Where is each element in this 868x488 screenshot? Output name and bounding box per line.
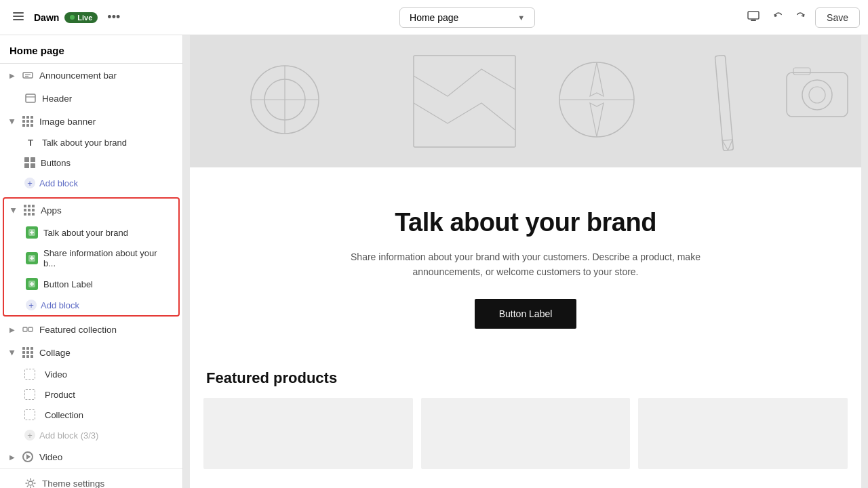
- sidebar-child-apps-button[interactable]: Button Label: [4, 273, 178, 295]
- apps-expand-arrow: ▶: [10, 207, 18, 213]
- svg-rect-8: [26, 94, 35, 102]
- header-icon: [24, 92, 37, 104]
- add-icon-2: +: [26, 300, 37, 310]
- page-canvas: Talk about your brand Share information …: [190, 35, 861, 488]
- save-button[interactable]: Save: [815, 7, 860, 28]
- sidebar-item-video-section[interactable]: ▶ Video: [0, 445, 182, 468]
- sidebar-child-video[interactable]: Video: [0, 364, 182, 384]
- header-label: Header: [42, 94, 173, 104]
- hero-sketch-svg: [190, 35, 861, 167]
- apps-section: ▶ Apps Talk about your brand Share infor…: [3, 197, 180, 317]
- sidebar-title: Home page: [0, 35, 182, 64]
- apps-share-label: Share information about your b...: [43, 248, 172, 268]
- add-block-label-3: Add block (3/3): [39, 430, 98, 441]
- svg-rect-1: [13, 16, 24, 17]
- sidebar-child-buttons[interactable]: Buttons: [0, 152, 182, 173]
- redo-button[interactable]: [791, 7, 810, 28]
- undo-redo-group: [769, 7, 810, 28]
- content-button[interactable]: Button Label: [475, 299, 577, 329]
- featured-title: Featured products: [203, 369, 848, 387]
- hero-banner-area: [190, 35, 861, 167]
- add-block-label-2: Add block: [41, 300, 79, 310]
- page-selector-label: Home page: [410, 12, 458, 23]
- collage-icon: [22, 346, 34, 359]
- topbar: Dawn Live ••• Home page ▼ Save: [0, 0, 868, 35]
- svg-rect-0: [13, 12, 24, 14]
- featured-collection-label: Featured collection: [39, 325, 173, 335]
- sidebar: Home page ▶ Announcement bar Header ▶: [0, 35, 183, 488]
- sidebar-item-image-banner[interactable]: ▶ Image banner: [0, 110, 182, 133]
- live-dot: [70, 15, 75, 20]
- product-card-1: [203, 398, 413, 469]
- topbar-left: Dawn Live •••: [8, 6, 191, 29]
- store-name: Dawn: [34, 12, 59, 23]
- featured-collection-icon: [22, 323, 34, 336]
- topbar-center: Home page ▼: [198, 7, 736, 28]
- sidebar-child-collection[interactable]: Collection: [0, 405, 182, 425]
- theme-settings-item[interactable]: Theme settings: [0, 468, 182, 488]
- add-icon-1: +: [24, 178, 35, 188]
- content-section: Talk about your brand Share information …: [190, 167, 861, 356]
- collage-expand-arrow: ▶: [9, 350, 16, 355]
- sidebar-child-apps-talk[interactable]: Talk about your brand: [4, 222, 178, 243]
- svg-rect-20: [28, 327, 33, 331]
- apps-talk-label: Talk about your brand: [43, 228, 128, 238]
- sidebar-item-header[interactable]: Header: [0, 87, 182, 110]
- sidebar-child-apps-share[interactable]: Share information about your b...: [4, 243, 178, 273]
- expand-arrow-icon-2: ▶: [9, 119, 16, 124]
- sidebar-item-announcement[interactable]: ▶ Announcement bar: [0, 64, 182, 87]
- sidebar-item-apps[interactable]: ▶ Apps: [4, 199, 178, 222]
- sidebar-item-featured-collection[interactable]: ▶ Featured collection: [0, 318, 182, 341]
- product-card-2: [421, 398, 631, 469]
- collection-label: Collection: [45, 410, 83, 420]
- undo-button[interactable]: [769, 7, 788, 28]
- sidebar-child-talk-about-brand[interactable]: T Talk about your brand: [0, 133, 182, 152]
- svg-rect-2: [13, 19, 24, 20]
- apps-icon: [23, 204, 35, 216]
- video-circle-icon: [22, 451, 33, 462]
- image-banner-icon: [22, 115, 34, 127]
- svg-point-21: [28, 481, 33, 485]
- main-canvas: Talk about your brand Share information …: [183, 35, 868, 488]
- announcement-bar-label: Announcement bar: [39, 70, 173, 81]
- theme-settings-icon: [24, 477, 37, 488]
- body-row: Home page ▶ Announcement bar Header ▶: [0, 35, 868, 488]
- video-section-label: Video: [39, 452, 173, 462]
- apps-label: Apps: [41, 205, 172, 216]
- collage-label: Collage: [39, 348, 173, 358]
- add-block-label-1: Add block: [39, 178, 78, 188]
- buttons-icon: [24, 157, 35, 168]
- add-icon-3: +: [24, 430, 35, 441]
- collage-section: ▶ Collage Video Product Collection + Add: [0, 341, 182, 445]
- app-green-icon-3: [26, 278, 38, 290]
- add-block-image-banner[interactable]: + Add block: [0, 173, 182, 193]
- video-expand-arrow: ▶: [9, 453, 15, 461]
- featured-expand-arrow: ▶: [9, 326, 15, 333]
- content-title: Talk about your brand: [258, 208, 793, 237]
- chevron-down-icon: ▼: [517, 14, 525, 22]
- dashed-collection-icon: [24, 409, 35, 420]
- desktop-view-button[interactable]: [743, 7, 764, 28]
- product-card-3: [638, 398, 848, 469]
- apps-button-label: Button Label: [43, 279, 93, 289]
- dashed-product-icon: [24, 389, 35, 400]
- topbar-right: Save: [743, 7, 860, 28]
- svg-rect-3: [748, 12, 759, 19]
- video-section-icon: [22, 451, 34, 463]
- expand-arrow-icon: ▶: [9, 72, 15, 79]
- add-block-collage-disabled: + Add block (3/3): [0, 425, 182, 445]
- sidebar-toggle-button[interactable]: [8, 6, 28, 29]
- more-options-button[interactable]: •••: [103, 9, 124, 26]
- svg-rect-4: [751, 20, 756, 21]
- app-green-icon-2: [26, 252, 38, 264]
- sidebar-item-collage[interactable]: ▶ Collage: [0, 341, 182, 364]
- image-banner-section: ▶ Image banner T Talk about your brand B…: [0, 110, 182, 193]
- svg-rect-22: [190, 35, 861, 167]
- add-block-apps[interactable]: + Add block: [4, 295, 178, 315]
- theme-settings-label: Theme settings: [42, 479, 173, 489]
- page-selector-button[interactable]: Home page ▼: [399, 7, 535, 28]
- product-grid: [203, 398, 848, 469]
- sidebar-child-product[interactable]: Product: [0, 384, 182, 405]
- image-banner-label: Image banner: [39, 117, 173, 127]
- dashed-video-icon: [24, 369, 35, 380]
